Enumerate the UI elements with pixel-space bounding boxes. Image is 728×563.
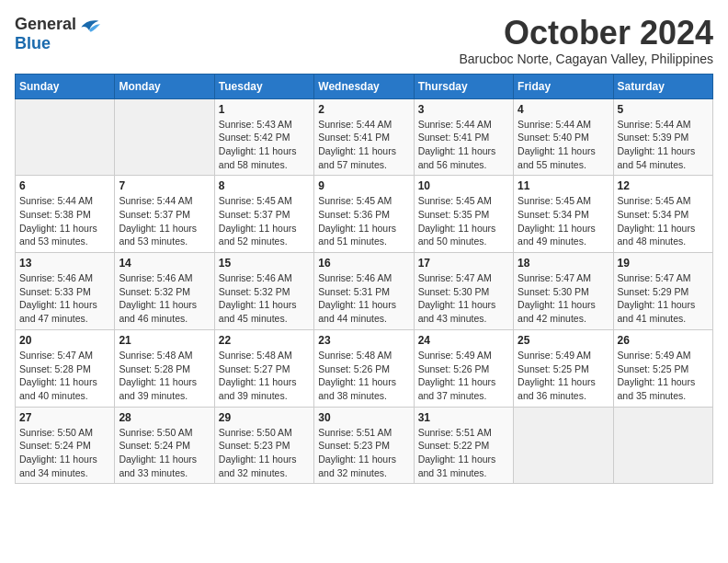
calendar-week-row: 6Sunrise: 5:44 AMSunset: 5:38 PMDaylight… — [16, 176, 713, 253]
calendar-week-row: 13Sunrise: 5:46 AMSunset: 5:33 PMDayligh… — [16, 253, 713, 330]
day-number: 26 — [618, 334, 709, 347]
calendar-cell: 26Sunrise: 5:49 AMSunset: 5:25 PMDayligh… — [613, 329, 712, 407]
weekday-header: Wednesday — [314, 74, 414, 98]
day-info: Sunrise: 5:46 AMSunset: 5:31 PMDaylight:… — [318, 271, 409, 326]
day-number: 17 — [418, 257, 509, 270]
logo-bird-icon — [78, 16, 100, 34]
title-section: October 2024 Barucboc Norte, Cagayan Val… — [459, 15, 713, 66]
day-info: Sunrise: 5:47 AMSunset: 5:30 PMDaylight:… — [418, 271, 509, 326]
day-number: 10 — [418, 179, 509, 192]
day-number: 5 — [618, 103, 709, 116]
day-number: 4 — [518, 103, 609, 116]
day-info: Sunrise: 5:49 AMSunset: 5:26 PMDaylight:… — [418, 349, 509, 403]
day-info: Sunrise: 5:44 AMSunset: 5:41 PMDaylight:… — [318, 118, 409, 172]
calendar-cell: 18Sunrise: 5:47 AMSunset: 5:30 PMDayligh… — [514, 253, 613, 330]
day-info: Sunrise: 5:44 AMSunset: 5:41 PMDaylight:… — [418, 118, 509, 172]
calendar-cell: 28Sunrise: 5:50 AMSunset: 5:24 PMDayligh… — [115, 407, 214, 484]
calendar-week-row: 27Sunrise: 5:50 AMSunset: 5:24 PMDayligh… — [16, 407, 713, 484]
calendar-cell: 12Sunrise: 5:45 AMSunset: 5:34 PMDayligh… — [613, 176, 712, 253]
month-title: October 2024 — [459, 15, 713, 52]
day-number: 18 — [518, 257, 609, 270]
day-number: 21 — [119, 334, 210, 347]
day-number: 9 — [318, 179, 409, 192]
calendar-cell: 22Sunrise: 5:48 AMSunset: 5:27 PMDayligh… — [214, 329, 313, 407]
day-number: 6 — [19, 179, 110, 192]
day-number: 30 — [318, 411, 409, 424]
calendar-table: SundayMondayTuesdayWednesdayThursdayFrid… — [15, 74, 713, 485]
day-number: 8 — [219, 179, 310, 192]
day-number: 28 — [119, 411, 210, 424]
day-info: Sunrise: 5:51 AMSunset: 5:22 PMDaylight:… — [418, 426, 509, 480]
weekday-header: Friday — [514, 74, 613, 98]
logo-blue-text: Blue — [15, 34, 51, 53]
day-number: 12 — [618, 179, 709, 192]
calendar-cell: 16Sunrise: 5:46 AMSunset: 5:31 PMDayligh… — [314, 253, 414, 330]
day-number: 31 — [418, 411, 509, 424]
calendar-cell — [115, 98, 214, 176]
day-number: 14 — [119, 257, 210, 270]
calendar-cell: 1Sunrise: 5:43 AMSunset: 5:42 PMDaylight… — [214, 98, 313, 176]
calendar-cell: 21Sunrise: 5:48 AMSunset: 5:28 PMDayligh… — [115, 329, 214, 407]
day-number: 2 — [318, 103, 409, 116]
logo: General Blue — [15, 15, 100, 53]
calendar-cell: 7Sunrise: 5:44 AMSunset: 5:37 PMDaylight… — [115, 176, 214, 253]
calendar-cell: 3Sunrise: 5:44 AMSunset: 5:41 PMDaylight… — [414, 98, 513, 176]
day-info: Sunrise: 5:50 AMSunset: 5:24 PMDaylight:… — [19, 426, 110, 480]
day-number: 11 — [518, 179, 609, 192]
day-info: Sunrise: 5:51 AMSunset: 5:23 PMDaylight:… — [318, 426, 409, 480]
day-number: 25 — [518, 334, 609, 347]
calendar-cell: 14Sunrise: 5:46 AMSunset: 5:32 PMDayligh… — [115, 253, 214, 330]
day-info: Sunrise: 5:43 AMSunset: 5:42 PMDaylight:… — [219, 118, 310, 172]
calendar-cell: 19Sunrise: 5:47 AMSunset: 5:29 PMDayligh… — [613, 253, 712, 330]
calendar-week-row: 1Sunrise: 5:43 AMSunset: 5:42 PMDaylight… — [16, 98, 713, 176]
day-info: Sunrise: 5:44 AMSunset: 5:38 PMDaylight:… — [19, 194, 110, 248]
page-header: General Blue October 2024 Barucboc Norte… — [15, 15, 713, 66]
logo-general-text: General — [15, 15, 76, 34]
day-number: 23 — [318, 334, 409, 347]
weekday-header: Thursday — [414, 74, 513, 98]
day-number: 1 — [219, 103, 310, 116]
day-info: Sunrise: 5:44 AMSunset: 5:39 PMDaylight:… — [618, 118, 709, 172]
calendar-cell — [613, 407, 712, 484]
day-info: Sunrise: 5:47 AMSunset: 5:29 PMDaylight:… — [618, 271, 709, 326]
calendar-cell: 13Sunrise: 5:46 AMSunset: 5:33 PMDayligh… — [16, 253, 115, 330]
day-info: Sunrise: 5:44 AMSunset: 5:40 PMDaylight:… — [518, 118, 609, 172]
day-info: Sunrise: 5:48 AMSunset: 5:26 PMDaylight:… — [318, 349, 409, 403]
day-number: 3 — [418, 103, 509, 116]
calendar-week-row: 20Sunrise: 5:47 AMSunset: 5:28 PMDayligh… — [16, 329, 713, 407]
day-number: 27 — [19, 411, 110, 424]
calendar-cell: 6Sunrise: 5:44 AMSunset: 5:38 PMDaylight… — [16, 176, 115, 253]
day-number: 13 — [19, 257, 110, 270]
calendar-cell: 15Sunrise: 5:46 AMSunset: 5:32 PMDayligh… — [214, 253, 313, 330]
calendar-cell: 31Sunrise: 5:51 AMSunset: 5:22 PMDayligh… — [414, 407, 513, 484]
calendar-cell: 8Sunrise: 5:45 AMSunset: 5:37 PMDaylight… — [214, 176, 313, 253]
day-info: Sunrise: 5:46 AMSunset: 5:32 PMDaylight:… — [119, 271, 210, 326]
day-info: Sunrise: 5:45 AMSunset: 5:37 PMDaylight:… — [219, 194, 310, 248]
day-number: 7 — [119, 179, 210, 192]
location-subtitle: Barucboc Norte, Cagayan Valley, Philippi… — [459, 52, 713, 66]
calendar-cell: 17Sunrise: 5:47 AMSunset: 5:30 PMDayligh… — [414, 253, 513, 330]
day-number: 24 — [418, 334, 509, 347]
day-info: Sunrise: 5:45 AMSunset: 5:34 PMDaylight:… — [618, 194, 709, 248]
calendar-cell: 25Sunrise: 5:49 AMSunset: 5:25 PMDayligh… — [514, 329, 613, 407]
day-info: Sunrise: 5:48 AMSunset: 5:27 PMDaylight:… — [219, 349, 310, 403]
day-info: Sunrise: 5:47 AMSunset: 5:30 PMDaylight:… — [518, 271, 609, 326]
calendar-cell: 10Sunrise: 5:45 AMSunset: 5:35 PMDayligh… — [414, 176, 513, 253]
day-info: Sunrise: 5:49 AMSunset: 5:25 PMDaylight:… — [618, 349, 709, 403]
day-number: 29 — [219, 411, 310, 424]
calendar-cell: 20Sunrise: 5:47 AMSunset: 5:28 PMDayligh… — [16, 329, 115, 407]
day-info: Sunrise: 5:47 AMSunset: 5:28 PMDaylight:… — [19, 349, 110, 403]
calendar-cell: 23Sunrise: 5:48 AMSunset: 5:26 PMDayligh… — [314, 329, 414, 407]
day-number: 20 — [19, 334, 110, 347]
calendar-cell — [16, 98, 115, 176]
day-info: Sunrise: 5:50 AMSunset: 5:24 PMDaylight:… — [119, 426, 210, 480]
day-info: Sunrise: 5:45 AMSunset: 5:36 PMDaylight:… — [318, 194, 409, 248]
calendar-cell: 5Sunrise: 5:44 AMSunset: 5:39 PMDaylight… — [613, 98, 712, 176]
day-info: Sunrise: 5:45 AMSunset: 5:35 PMDaylight:… — [418, 194, 509, 248]
day-info: Sunrise: 5:50 AMSunset: 5:23 PMDaylight:… — [219, 426, 310, 480]
weekday-header: Sunday — [16, 74, 115, 98]
weekday-header: Monday — [115, 74, 214, 98]
day-info: Sunrise: 5:49 AMSunset: 5:25 PMDaylight:… — [518, 349, 609, 403]
calendar-cell: 2Sunrise: 5:44 AMSunset: 5:41 PMDaylight… — [314, 98, 414, 176]
day-info: Sunrise: 5:44 AMSunset: 5:37 PMDaylight:… — [119, 194, 210, 248]
